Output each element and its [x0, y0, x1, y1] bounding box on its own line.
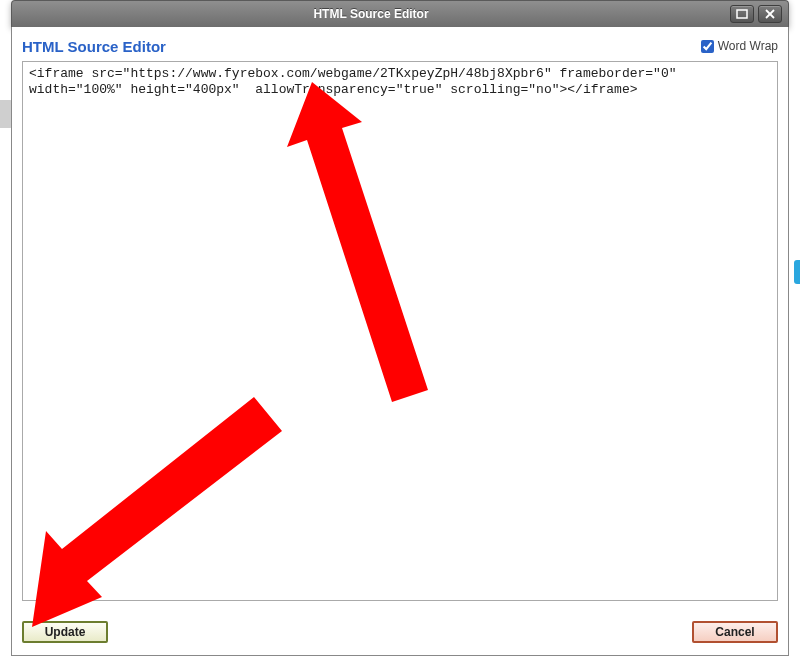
close-button[interactable] [758, 5, 782, 23]
html-source-editor-modal: HTML Source Editor HTML Source Editor Wo… [11, 0, 789, 658]
modal-body: HTML Source Editor Word Wrap Update Canc… [11, 27, 789, 656]
html-source-textarea[interactable] [22, 61, 778, 601]
svg-rect-0 [737, 10, 747, 18]
maximize-icon [736, 9, 748, 19]
modal-button-row: Update Cancel [22, 621, 778, 643]
maximize-button[interactable] [730, 5, 754, 23]
update-button[interactable]: Update [22, 621, 108, 643]
modal-window-title: HTML Source Editor [12, 7, 730, 21]
modal-titlebar[interactable]: HTML Source Editor [11, 0, 789, 27]
modal-header-row: HTML Source Editor Word Wrap [22, 35, 778, 57]
bg-right-accent [794, 260, 800, 284]
close-icon [764, 9, 776, 19]
word-wrap-toggle[interactable]: Word Wrap [697, 37, 778, 56]
modal-header-title: HTML Source Editor [22, 38, 166, 55]
cancel-button[interactable]: Cancel [692, 621, 778, 643]
word-wrap-checkbox[interactable] [701, 40, 714, 53]
word-wrap-label: Word Wrap [718, 39, 778, 53]
